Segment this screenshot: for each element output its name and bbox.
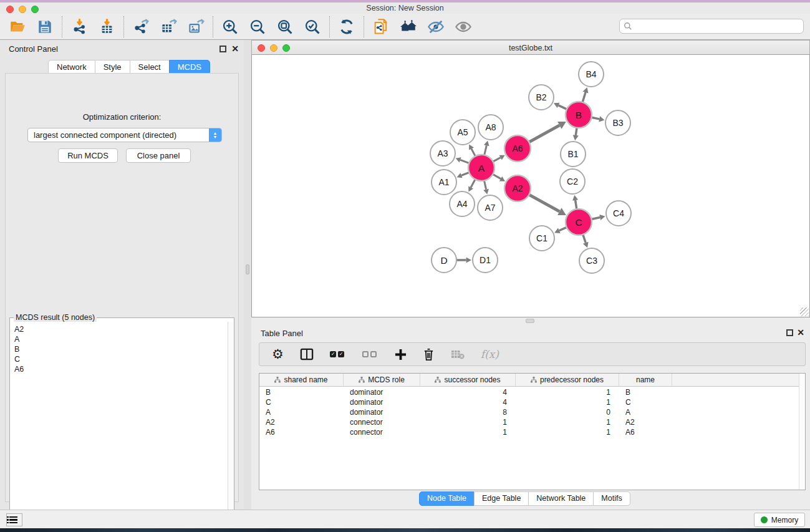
table-row[interactable]: A2connector11A2 — [259, 417, 672, 427]
column-header[interactable]: predecessor nodes — [516, 374, 619, 386]
table-cell[interactable]: A6 — [259, 428, 344, 437]
table-cell[interactable]: C — [619, 398, 672, 407]
open-file-icon[interactable] — [9, 18, 26, 36]
table-cell[interactable]: A2 — [259, 418, 344, 427]
duplicate-network-icon[interactable] — [372, 18, 390, 36]
list-item[interactable]: A — [14, 334, 224, 344]
run-mcds-button[interactable]: Run MCDS — [58, 148, 118, 163]
float-panel-icon[interactable] — [786, 329, 793, 336]
graph-node-A8[interactable]: A8 — [478, 115, 503, 140]
resize-grip-icon[interactable] — [800, 307, 809, 316]
show-view-icon[interactable] — [455, 18, 472, 36]
list-item[interactable]: C — [14, 354, 224, 364]
table-cell[interactable]: C — [259, 398, 344, 407]
horizontal-splitter[interactable] — [251, 317, 810, 325]
table-cell[interactable]: A2 — [619, 418, 672, 427]
table-cell[interactable]: A6 — [619, 428, 672, 437]
tab-network-table[interactable]: Network Table — [528, 491, 594, 506]
table-cell[interactable]: B — [619, 388, 672, 397]
import-network-icon[interactable] — [70, 18, 88, 36]
search-field[interactable] — [619, 19, 804, 34]
column-header[interactable]: name — [619, 374, 672, 386]
zoom-fit-icon[interactable] — [276, 18, 294, 36]
graph-node-C1[interactable]: C1 — [529, 226, 554, 251]
graph-node-B1[interactable]: B1 — [561, 142, 586, 167]
close-panel-icon[interactable]: ✕ — [231, 44, 239, 54]
table-cell[interactable]: 0 — [516, 408, 619, 417]
graph-node-C[interactable]: C — [566, 209, 592, 235]
vertical-splitter[interactable] — [244, 40, 251, 510]
table-cell[interactable]: A — [259, 408, 344, 417]
splitter-grip[interactable] — [246, 264, 249, 274]
table-row[interactable]: Bdominator41B — [259, 387, 672, 397]
table-cell[interactable]: dominator — [344, 388, 420, 397]
table-cell[interactable]: A — [619, 408, 672, 417]
float-panel-icon[interactable] — [219, 46, 226, 52]
task-history-icon[interactable] — [6, 513, 22, 526]
graph-node-C4[interactable]: C4 — [606, 201, 631, 226]
table-cell[interactable]: 1 — [516, 428, 619, 437]
split-view-icon[interactable] — [300, 348, 314, 360]
graph-node-B2[interactable]: B2 — [529, 85, 554, 110]
tab-node-table[interactable]: Node Table — [419, 491, 475, 506]
optimization-criterion-dropdown[interactable]: largest connected component (directed) ▲… — [27, 128, 222, 142]
select-all-icon[interactable] — [330, 351, 346, 357]
table-cell[interactable]: connector — [344, 418, 420, 427]
table-row[interactable]: Adominator80A — [259, 407, 672, 417]
tab-motifs[interactable]: Motifs — [593, 491, 630, 506]
delete-icon[interactable] — [423, 348, 435, 361]
graph-node-D1[interactable]: D1 — [473, 248, 498, 273]
zoom-out-icon[interactable] — [249, 18, 266, 36]
column-header[interactable]: shared name — [259, 374, 344, 386]
memory-button[interactable]: Memory — [754, 513, 805, 527]
close-panel-button[interactable]: Close panel — [126, 148, 191, 163]
export-image-icon[interactable] — [187, 18, 205, 36]
table-cell[interactable]: 4 — [420, 388, 516, 397]
table-cell[interactable]: 1 — [420, 428, 516, 437]
scrollbar[interactable] — [799, 374, 805, 490]
graph-node-D[interactable]: D — [432, 248, 456, 273]
graph-node-A4[interactable]: A4 — [450, 191, 475, 216]
gear-icon[interactable]: ⚙ — [272, 348, 284, 360]
table-cell[interactable]: 1 — [516, 388, 619, 397]
zoom-in-icon[interactable] — [221, 18, 239, 36]
table-cell[interactable]: 4 — [420, 398, 516, 407]
network-canvas[interactable]: B4B2BB3A5A8A6A3AB1A1A2C2A4A7C4C1CC3DD1 — [251, 55, 810, 317]
table-cell[interactable]: 1 — [516, 418, 619, 427]
deselect-all-icon[interactable] — [362, 351, 378, 357]
column-header[interactable]: successor nodes — [420, 374, 516, 386]
list-item[interactable]: A6 — [14, 364, 224, 374]
graph-node-B4[interactable]: B4 — [579, 62, 604, 87]
hide-view-icon[interactable] — [427, 18, 445, 36]
graph-node-A2[interactable]: A2 — [504, 175, 531, 201]
graph-node-B3[interactable]: B3 — [605, 110, 630, 135]
refresh-icon[interactable] — [338, 18, 355, 36]
close-panel-icon[interactable]: ✕ — [797, 327, 804, 337]
zoom-selected-icon[interactable] — [304, 18, 321, 36]
graph-node-C3[interactable]: C3 — [579, 248, 604, 273]
graph-node-A1[interactable]: A1 — [432, 170, 456, 195]
table-cell[interactable]: 1 — [516, 398, 619, 407]
add-icon[interactable] — [395, 349, 407, 360]
table-cell[interactable]: B — [259, 388, 344, 397]
table-cell[interactable]: 1 — [420, 418, 516, 427]
graph-node-A5[interactable]: A5 — [450, 120, 475, 145]
table-row[interactable]: A6connector11A6 — [259, 427, 672, 437]
search-input[interactable] — [635, 22, 799, 31]
graph-node-A7[interactable]: A7 — [478, 195, 503, 220]
node-table[interactable]: shared name MCDS role successor nodes pr… — [259, 373, 806, 490]
save-session-icon[interactable] — [36, 18, 54, 36]
export-table-icon[interactable] — [160, 18, 177, 36]
column-header[interactable]: MCDS role — [344, 374, 420, 386]
export-network-icon[interactable] — [132, 18, 150, 36]
graph-node-A3[interactable]: A3 — [430, 141, 455, 166]
graph-node-B[interactable]: B — [566, 102, 592, 128]
import-table-icon[interactable] — [98, 18, 115, 36]
table-row[interactable]: Cdominator41C — [259, 397, 672, 407]
graph-node-A[interactable]: A — [468, 155, 494, 181]
table-cell[interactable]: connector — [344, 428, 420, 437]
table-cell[interactable]: 8 — [420, 408, 516, 417]
splitter-grip[interactable] — [526, 319, 534, 323]
table-cell[interactable]: dominator — [344, 408, 420, 417]
graph-node-C2[interactable]: C2 — [560, 169, 585, 194]
